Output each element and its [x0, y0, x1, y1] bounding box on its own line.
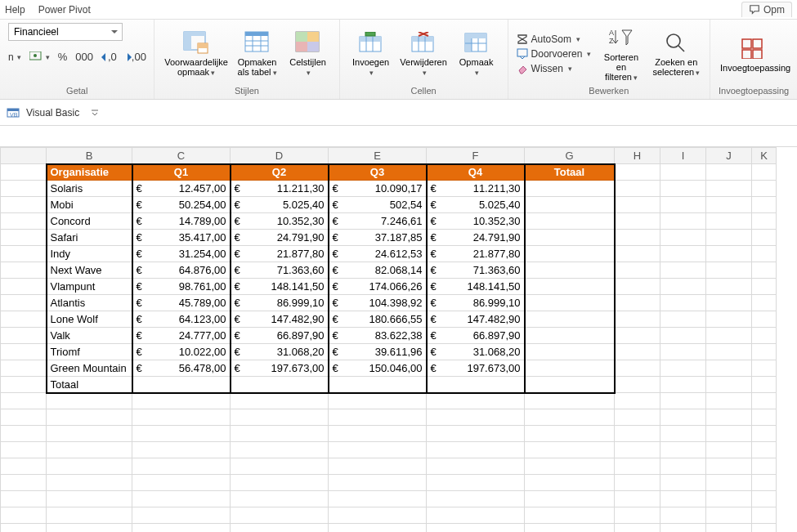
cell[interactable]: [1, 360, 47, 377]
cell[interactable]: €31.068,20: [427, 344, 525, 360]
table-header-org[interactable]: Organisatie: [47, 164, 132, 181]
cell[interactable]: €50.254,00: [132, 197, 231, 213]
sort-filter-button[interactable]: AZ Sorteren enfilteren▾: [596, 23, 646, 84]
cell[interactable]: €66.897,90: [427, 328, 525, 344]
cell[interactable]: [525, 262, 615, 279]
clear-button[interactable]: Wissen▾: [517, 63, 592, 74]
cell[interactable]: [525, 409, 615, 426]
cell[interactable]: [615, 491, 660, 507]
cell[interactable]: [47, 475, 132, 491]
accounting-format-button[interactable]: ▾: [29, 51, 50, 63]
cell[interactable]: €83.622,38: [329, 328, 427, 344]
cell[interactable]: €45.789,00: [132, 295, 231, 311]
cell[interactable]: €147.482,90: [231, 311, 329, 328]
cell[interactable]: [752, 311, 777, 328]
col-header[interactable]: C: [132, 148, 231, 164]
cell[interactable]: €24.791,90: [231, 230, 329, 246]
cell[interactable]: [660, 181, 706, 197]
table-header-totaal[interactable]: Totaal: [525, 164, 615, 181]
cell[interactable]: [1, 230, 47, 246]
cell[interactable]: [706, 295, 752, 311]
cell[interactable]: [132, 393, 231, 409]
cell[interactable]: [525, 393, 615, 409]
cell[interactable]: [329, 426, 427, 442]
cell[interactable]: [752, 458, 777, 475]
cell[interactable]: [231, 442, 329, 458]
cell[interactable]: [427, 393, 525, 409]
cell[interactable]: [1, 426, 47, 442]
sheet-area[interactable]: BCDEFGHIJK OrganisatieQ1Q2Q3Q4TotaalSola…: [0, 147, 797, 532]
cell[interactable]: [615, 475, 660, 491]
cell[interactable]: [706, 246, 752, 262]
cell[interactable]: €31.254,00: [132, 246, 231, 262]
cell[interactable]: €82.068,14: [329, 262, 427, 279]
cell[interactable]: €39.611,96: [329, 344, 427, 360]
cell[interactable]: €10.352,30: [427, 213, 525, 230]
cell[interactable]: [525, 311, 615, 328]
cell[interactable]: [525, 328, 615, 344]
cell[interactable]: €147.482,90: [427, 311, 525, 328]
cell-org[interactable]: Atlantis: [47, 295, 132, 311]
cell[interactable]: [615, 442, 660, 458]
cell[interactable]: [615, 181, 660, 197]
cell[interactable]: [706, 409, 752, 426]
cell[interactable]: [752, 409, 777, 426]
cell[interactable]: [752, 230, 777, 246]
cell[interactable]: [615, 328, 660, 344]
cell[interactable]: €11.211,30: [427, 181, 525, 197]
cell-org[interactable]: Safari: [47, 230, 132, 246]
cell[interactable]: [706, 393, 752, 409]
cell[interactable]: [525, 524, 615, 533]
cell[interactable]: [427, 409, 525, 426]
cell[interactable]: [1, 475, 47, 491]
cell[interactable]: [660, 279, 706, 295]
cell[interactable]: [752, 360, 777, 377]
cell[interactable]: [615, 458, 660, 475]
cell[interactable]: [660, 344, 706, 360]
cell[interactable]: [47, 442, 132, 458]
cell[interactable]: [706, 279, 752, 295]
cell[interactable]: [615, 164, 660, 181]
cell[interactable]: €10.022,00: [132, 344, 231, 360]
cell[interactable]: [752, 524, 777, 533]
cell[interactable]: [706, 230, 752, 246]
cell[interactable]: [1, 377, 47, 393]
cell[interactable]: [660, 197, 706, 213]
cell[interactable]: [660, 246, 706, 262]
col-header[interactable]: I: [660, 148, 706, 164]
cell[interactable]: [615, 230, 660, 246]
cell[interactable]: [1, 524, 47, 533]
col-header[interactable]: E: [329, 148, 427, 164]
cell[interactable]: [706, 426, 752, 442]
cell[interactable]: [752, 377, 777, 393]
cell[interactable]: [752, 426, 777, 442]
cell[interactable]: [660, 524, 706, 533]
cell[interactable]: [1, 344, 47, 360]
table-header-q1[interactable]: Q1: [132, 164, 231, 181]
autosum-button[interactable]: AutoSom▾: [517, 34, 592, 45]
cell[interactable]: [427, 524, 525, 533]
cell[interactable]: [660, 475, 706, 491]
cell[interactable]: [231, 377, 329, 393]
cell-org[interactable]: Mobi: [47, 197, 132, 213]
cell[interactable]: [525, 213, 615, 230]
visual-basic-button[interactable]: Visual Basic: [26, 107, 79, 118]
cell[interactable]: [427, 377, 525, 393]
cell[interactable]: [329, 524, 427, 533]
cell[interactable]: [231, 426, 329, 442]
cell[interactable]: [660, 360, 706, 377]
cell[interactable]: [615, 213, 660, 230]
cell[interactable]: €197.673,00: [427, 360, 525, 377]
table-header-q3[interactable]: Q3: [329, 164, 427, 181]
cell-org[interactable]: Triomf: [47, 344, 132, 360]
format-as-table-button[interactable]: Opmakenals tabel▾: [235, 28, 280, 79]
cell[interactable]: €148.141,50: [427, 279, 525, 295]
cell[interactable]: [660, 393, 706, 409]
col-header[interactable]: K: [752, 148, 777, 164]
table-header-q2[interactable]: Q2: [231, 164, 329, 181]
cell[interactable]: €71.363,60: [427, 262, 525, 279]
cell[interactable]: [525, 377, 615, 393]
col-header[interactable]: J: [706, 148, 752, 164]
cell[interactable]: [1, 491, 47, 507]
cell[interactable]: [525, 181, 615, 197]
